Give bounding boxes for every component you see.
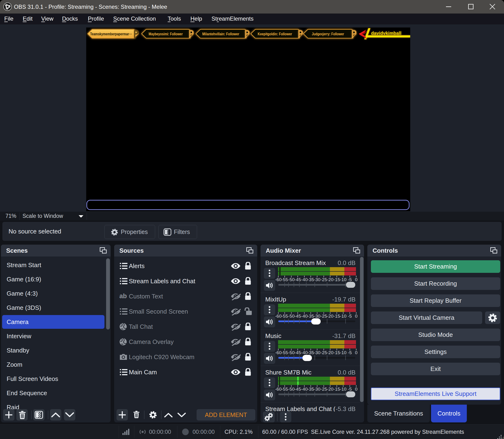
svg-text:Maybeyosimi: Follower: Maybeyosimi: Follower	[149, 32, 183, 36]
svg-text:Teamskymemberpapermar···: Teamskymemberpapermar···	[90, 32, 132, 36]
svg-text:Milantehvillain: Follower: Milantehvillain: Follower	[202, 32, 239, 36]
svg-text:Keepitgoldin: Follower: Keepitgoldin: Follower	[258, 32, 292, 36]
svg-text:davidvkimball: davidvkimball	[371, 30, 401, 36]
svg-text:Judgexjerry: Follower: Judgexjerry: Follower	[312, 32, 344, 36]
